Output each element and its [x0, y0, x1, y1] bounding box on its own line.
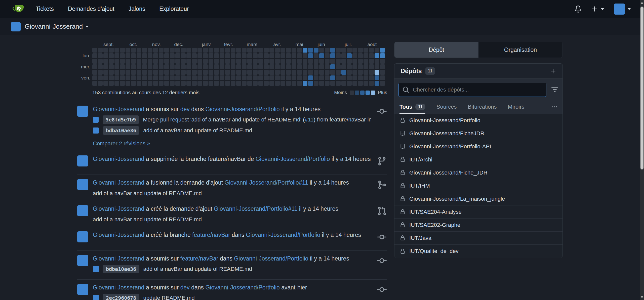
repo-search-input[interactable]	[398, 83, 546, 97]
repo-list-item[interactable]: IUT/Java	[394, 232, 562, 245]
feed-link[interactable]: Giovanni-Josserand	[93, 284, 144, 291]
user-avatar[interactable]	[77, 231, 88, 242]
repo-list-item[interactable]: IUT/SAE202-Graphe	[394, 219, 562, 232]
feed-link[interactable]: Giovanni-Josserand/Portfolio#11	[225, 179, 308, 186]
heatmap-cell	[209, 48, 213, 53]
feed-link[interactable]: Giovanni-Josserand	[93, 179, 144, 186]
heatmap-cell	[181, 59, 186, 64]
create-new-button[interactable]	[591, 6, 604, 13]
legend-swatch	[366, 91, 370, 95]
profile-menu[interactable]	[614, 4, 631, 15]
commit-hash[interactable]: 2ec2960678	[103, 294, 139, 300]
lock-icon	[400, 157, 405, 162]
heatmap-cell	[352, 48, 357, 53]
heatmap-cell	[286, 59, 291, 64]
user-avatar[interactable]	[77, 284, 88, 295]
feed-link[interactable]: dev	[180, 106, 190, 112]
tab-organisation[interactable]: Organisation	[478, 42, 562, 58]
nav-link-tickets[interactable]: Tickets	[36, 6, 54, 12]
feed-text: a créé la demande d'ajout	[144, 205, 214, 212]
heatmap-cell	[197, 48, 202, 53]
heatmap-cell	[314, 59, 318, 64]
repo-list-item[interactable]: Giovanni-Josserand/FicheJDR	[394, 127, 562, 140]
page-scrollbar[interactable]	[640, 0, 644, 300]
feed-link[interactable]: Giovanni-Josserand/Portfolio	[205, 284, 279, 291]
user-avatar[interactable]	[77, 255, 88, 266]
heatmap-cell	[175, 53, 180, 58]
feed-text: a soumis sur	[144, 284, 180, 291]
heatmap-cell	[247, 70, 252, 75]
nav-link-demandes-d-ajout[interactable]: Demandes d'ajout	[68, 6, 114, 12]
nav-link-explorateur[interactable]: Explorateur	[159, 6, 189, 12]
user-avatar[interactable]	[614, 4, 625, 15]
heatmap-cell	[308, 64, 313, 69]
nav-links: TicketsDemandes d'ajoutJalonsExplorateur	[36, 6, 189, 12]
commit-message: Merge pull request 'add of a navBar and …	[143, 116, 371, 123]
scrollbar-up-arrow[interactable]	[640, 2, 643, 4]
feed-link[interactable]: dev	[180, 284, 190, 291]
user-avatar[interactable]	[77, 155, 88, 166]
heatmap-cell	[192, 53, 197, 58]
heatmap-cell	[137, 59, 141, 64]
feed-link[interactable]: Giovanni-Josserand	[93, 255, 144, 262]
feed-link[interactable]: Giovanni-Josserand	[93, 205, 144, 212]
repo-name: IUT/Java	[409, 235, 431, 241]
gitea-logo-icon[interactable]	[13, 3, 25, 15]
feed-link[interactable]: Giovanni-Josserand/Portfolio	[256, 156, 330, 162]
filter-icon[interactable]	[551, 86, 558, 94]
repo-filter-miroirs[interactable]: Miroirs	[508, 100, 525, 114]
new-repo-button[interactable]	[550, 68, 556, 74]
commit-hash[interactable]: bdba10ae36	[103, 265, 139, 273]
heatmap-cell	[175, 64, 180, 69]
feed-link[interactable]: Giovanni-Josserand	[93, 232, 144, 238]
feed-link[interactable]: Giovanni-Josserand/Portfolio#11	[214, 205, 297, 212]
repo-name: Giovanni-Josserand/Portfolio	[409, 117, 480, 124]
user-avatar[interactable]	[77, 205, 88, 216]
kebab-menu-icon[interactable]	[551, 104, 557, 110]
user-avatar[interactable]	[77, 106, 88, 117]
heatmap-cell	[225, 59, 230, 64]
feed-link[interactable]: Giovanni-Josserand	[93, 106, 144, 112]
git-commit-icon	[377, 256, 387, 275]
feed-link[interactable]: Giovanni-Josserand/Portfolio	[246, 232, 320, 238]
commit-hash[interactable]: bdba10ae36	[103, 126, 139, 135]
repo-filter-sources[interactable]: Sources	[436, 100, 457, 114]
notifications-bell-icon[interactable]	[575, 6, 582, 13]
repo-book-icon	[400, 131, 405, 136]
repo-list-item[interactable]: IUT/Qualite_de_dev	[394, 245, 562, 258]
chevron-down-icon[interactable]	[85, 26, 89, 28]
heatmap-cell	[98, 64, 103, 69]
scrollbar-down-arrow[interactable]	[640, 296, 643, 298]
repo-list-item[interactable]: IUT/Archi	[394, 153, 562, 166]
heatmap-cell	[319, 64, 324, 69]
heatmap-cell	[292, 70, 296, 75]
repo-list-item[interactable]: Giovanni-Josserand/La_maison_jungle	[394, 192, 562, 205]
repo-filter-tous[interactable]: Tous11	[399, 100, 425, 114]
repo-filter-bifurcations[interactable]: Bifurcations	[468, 100, 497, 114]
nav-link-jalons[interactable]: Jalons	[129, 6, 145, 12]
heatmap-cell	[98, 81, 103, 86]
repo-list-item[interactable]: Giovanni-Josserand/Fiche_JDR	[394, 166, 562, 179]
feed-link[interactable]: Giovanni-Josserand	[93, 156, 144, 162]
feed-link[interactable]: Giovanni-Josserand/Portfolio	[234, 255, 308, 262]
scrollbar-thumb[interactable]	[640, 7, 643, 169]
heatmap-cell	[148, 64, 152, 69]
repo-list-item[interactable]: IUT/IHM	[394, 179, 562, 192]
tab-depot[interactable]: Dépôt	[394, 42, 478, 58]
feed-link[interactable]: feature/navBar	[192, 232, 230, 238]
feed-link[interactable]: feature/navBar	[180, 255, 218, 262]
repo-list-item[interactable]: Giovanni-Josserand/Portfolio-API	[394, 140, 562, 153]
heatmap-month-label: juil.	[345, 42, 352, 47]
repo-name: Giovanni-Josserand/La_maison_jungle	[409, 196, 505, 202]
compare-revisions-link[interactable]: Comparer 2 révisions »	[93, 140, 150, 147]
commit-hash[interactable]: 5e8fd5e7b9	[103, 115, 139, 124]
feed-link[interactable]: Giovanni-Josserand/Portfolio	[205, 106, 279, 112]
heatmap-cell	[214, 48, 219, 53]
repo-list-item[interactable]: Giovanni-Josserand/Portfolio	[394, 114, 562, 127]
feed-timestamp: il y a 14 heures	[308, 255, 349, 262]
repo-list-item[interactable]: IUT/SAE204-Analyse	[394, 205, 562, 219]
user-avatar[interactable]	[77, 179, 88, 190]
context-user-switcher[interactable]: Giovanni-Josserand	[25, 23, 83, 30]
heatmap-cell	[209, 64, 213, 69]
feed-link[interactable]: #11	[305, 116, 313, 123]
